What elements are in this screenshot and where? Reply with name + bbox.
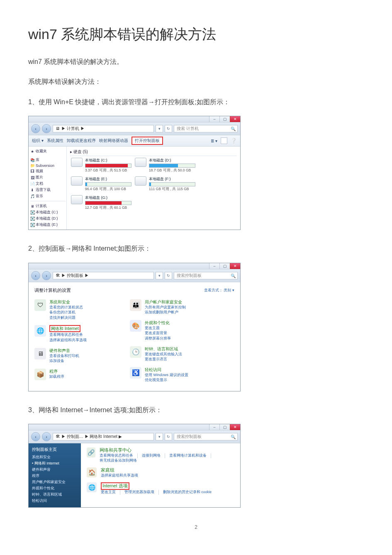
refresh-button[interactable]: ↻	[165, 272, 172, 279]
net-category-head[interactable]: 家庭组	[101, 467, 114, 472]
cp-sub-link[interactable]: 查看您的计算机状态	[49, 305, 83, 310]
net-sub-link[interactable]: 选择家庭组和共享选项	[101, 473, 138, 478]
cp-sub-link[interactable]: 更改主题	[145, 325, 171, 331]
search-input[interactable]: 搜索控制面板 🔍	[174, 433, 238, 440]
cp-sub-link[interactable]: 使用 Windows 建议的设置	[145, 372, 188, 378]
address-dropdown[interactable]: ▾	[156, 433, 163, 440]
window-close-button[interactable]: ✕	[230, 116, 240, 122]
nav-forward-button[interactable]: ›	[42, 432, 51, 441]
toolbar-open-control-panel[interactable]: 打开控制面板	[131, 137, 163, 145]
search-input[interactable]: 搜索 计算机 🔍	[174, 125, 238, 132]
cp-side-link[interactable]: 外观和个性化	[32, 485, 78, 491]
net-sub-link[interactable]: 更改主页	[101, 490, 120, 495]
toolbar-uninstall[interactable]: 卸载或更改程序	[67, 138, 96, 144]
window-maximize-button[interactable]: ▢	[219, 116, 230, 122]
address-bar[interactable]: 🛠 ▶ 控制面板 ▶	[53, 272, 154, 279]
window-maximize-button[interactable]: ▢	[219, 424, 230, 430]
nav-item[interactable]: 📄文档	[30, 181, 66, 187]
computer-header[interactable]: 🖥计算机	[30, 203, 66, 209]
view-by[interactable]: 查看方式： 类别 ▾	[204, 288, 234, 293]
cp-sub-link[interactable]: 更改桌面背景	[145, 330, 171, 336]
window-close-button[interactable]: ✕	[230, 424, 240, 430]
cp-sub-link[interactable]: 调整屏幕分辨率	[145, 336, 171, 341]
toolbar-organize[interactable]: 组织 ▾	[32, 138, 44, 144]
cp-category-head[interactable]: 轻松访问	[145, 367, 161, 372]
drive-item[interactable]: 本地磁盘 (F:)111 GB 可用 , 共 115 GB	[134, 175, 198, 193]
net-sub-link[interactable]: 查看网络状态和任务	[100, 453, 138, 458]
drive-item[interactable]: 本地磁盘 (G:)12.7 GB 可用 , 共 60.1 GB	[70, 193, 134, 212]
net-sub-link[interactable]: 连接到网络	[142, 453, 165, 458]
nav-back-button[interactable]: ‹	[31, 432, 40, 441]
cp-sub-link[interactable]: 查看网络状态和任务	[49, 332, 87, 337]
cp-category: 🖥硬件和声音查看设备和打印机添加设备	[34, 348, 117, 364]
net-category-head[interactable]: 网络和共享中心	[100, 447, 131, 452]
nav-item[interactable]: 🎵音乐	[30, 193, 66, 199]
cp-sub-link[interactable]: 更改键盘或其他输入法	[145, 352, 182, 357]
cp-side-link[interactable]: 轻松访问	[32, 498, 78, 504]
cp-sub-link[interactable]: 查找并解决问题	[49, 315, 83, 320]
nav-drive-item[interactable]: 💽本地磁盘 (D:)	[30, 215, 66, 222]
cp-side-link[interactable]: 系统和安全	[32, 454, 78, 460]
nav-item[interactable]: 🎞视频	[30, 168, 66, 174]
net-sub-link[interactable]: 查看网络计算机和设备	[169, 453, 211, 458]
view-menu-icon[interactable]: ≣ ▾	[211, 139, 217, 143]
cp-category-head[interactable]: 网络和 Internet	[49, 325, 80, 332]
nav-item[interactable]: ⬇迅雷下载	[30, 187, 66, 193]
search-input[interactable]: 搜索控制面板 🔍	[174, 272, 238, 279]
net-sub-link[interactable]: 删除浏览的历史记录和 cookie	[163, 490, 212, 495]
cp-sub-link[interactable]: 添加或删除用户帐户	[145, 310, 186, 315]
net-sub-link[interactable]: 管理浏览器加载项	[124, 490, 159, 495]
nav-drive-item[interactable]: 💽本地磁盘 (E:)	[30, 222, 66, 228]
nav-forward-button[interactable]: ›	[42, 271, 51, 280]
drive-item[interactable]: 本地磁盘 (E:)96.4 GB 可用 , 共 100 GB	[70, 175, 134, 193]
cp-sub-link[interactable]: 选择家庭组和共享选项	[49, 337, 87, 343]
refresh-button[interactable]: ↻	[165, 125, 172, 132]
nav-back-button[interactable]: ‹	[31, 124, 40, 133]
cp-category-head[interactable]: 硬件和声音	[49, 348, 70, 353]
cp-sub-link[interactable]: 更改显示语言	[145, 357, 182, 362]
cp-sub-link[interactable]: 为所有用户设置家长控制	[145, 305, 186, 310]
address-bar[interactable]: 🛠 ▶ 控制面… ▶ 网络和 Internet ▶	[53, 433, 154, 440]
window-minimize-button[interactable]: –	[209, 263, 219, 269]
cp-sub-link[interactable]: 优化视觉显示	[145, 377, 188, 383]
cp-side-link[interactable]: 时钟、语言和区域	[32, 491, 78, 498]
drive-item[interactable]: 本地磁盘 (D:)18.7 GB 可用 , 共 50.0 GB	[134, 156, 198, 175]
window-minimize-button[interactable]: –	[209, 116, 219, 122]
window-maximize-button[interactable]: ▢	[219, 263, 230, 269]
cp-sub-link[interactable]: 备份您的计算机	[49, 310, 83, 315]
cp-category: 🌐网络和 Internet查看网络状态和任务选择家庭组和共享选项	[34, 325, 117, 342]
address-bar[interactable]: 🖥 ▶ 计算机 ▶	[53, 125, 154, 132]
nav-item[interactable]: 📚库	[30, 157, 66, 163]
help-icon[interactable]: ❔	[231, 138, 237, 144]
cp-side-link[interactable]: 程序	[32, 473, 78, 479]
favorites-header[interactable]: ★收藏夹	[30, 148, 66, 154]
address-dropdown[interactable]: ▾	[156, 125, 163, 132]
net-category-head[interactable]: Internet 选项	[101, 482, 129, 490]
cp-side-link[interactable]: 硬件和声音	[32, 467, 78, 473]
refresh-button[interactable]: ↻	[165, 433, 172, 440]
cp-sub-link[interactable]: 查看设备和打印机	[49, 353, 79, 359]
cp-category-head[interactable]: 程序	[49, 369, 58, 374]
cp-category-head[interactable]: 用户帐户和家庭安全	[145, 300, 182, 304]
nav-item[interactable]: 🖼图片	[30, 174, 66, 181]
cp-sub-link[interactable]: 添加设备	[49, 358, 79, 364]
window-minimize-button[interactable]: –	[209, 424, 219, 430]
drive-item[interactable]: 本地磁盘 (C:)3.37 GB 可用 , 共 51.5 GB	[70, 156, 134, 175]
nav-forward-button[interactable]: ›	[42, 124, 51, 133]
preview-pane-icon[interactable]	[221, 137, 227, 144]
cp-side-link[interactable]: 用户帐户和家庭安全	[32, 479, 78, 485]
toolbar-system-props[interactable]: 系统属性	[47, 138, 63, 144]
toolbar-map-drive[interactable]: 映射网络驱动器	[99, 138, 128, 144]
address-dropdown[interactable]: ▾	[156, 272, 163, 279]
cp-home-link[interactable]: 控制面板主页	[32, 447, 78, 452]
cp-sub-link[interactable]: 卸载程序	[49, 374, 64, 379]
cp-category-head[interactable]: 外观和个性化	[145, 320, 170, 325]
window-close-button[interactable]: ✕	[230, 263, 240, 269]
cp-category-head[interactable]: 系统和安全	[49, 300, 70, 304]
nav-drive-item[interactable]: 💽本地磁盘 (C:)	[30, 209, 66, 215]
cp-side-link[interactable]: 网络和 Internet	[32, 460, 78, 467]
net-sub-link[interactable]: 将无线设备添加到网络	[100, 458, 137, 463]
nav-item[interactable]: 📁Subversion	[30, 163, 66, 168]
nav-back-button[interactable]: ‹	[31, 271, 40, 280]
cp-category-head[interactable]: 时钟、语言和区域	[145, 347, 178, 351]
